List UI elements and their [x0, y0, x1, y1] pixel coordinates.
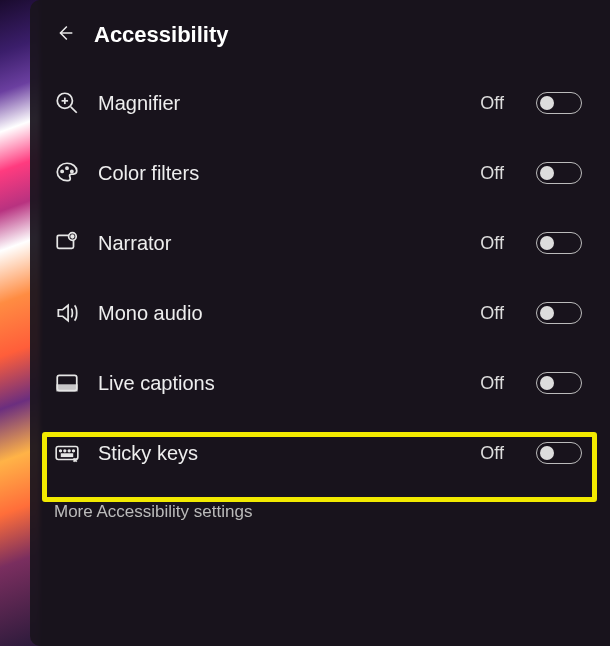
svg-rect-11: [57, 385, 77, 390]
svg-point-16: [73, 450, 75, 452]
svg-point-15: [68, 450, 70, 452]
more-accessibility-settings-link[interactable]: More Accessibility settings: [30, 488, 610, 536]
toggle-switch-color-filters[interactable]: [536, 162, 582, 184]
setting-label: Live captions: [98, 372, 462, 395]
setting-row-narrator[interactable]: Narrator Off: [30, 208, 610, 278]
svg-rect-17: [62, 454, 73, 456]
setting-row-sticky-keys[interactable]: Sticky keys Off: [30, 418, 610, 488]
setting-state: Off: [480, 443, 504, 464]
setting-label: Magnifier: [98, 92, 462, 115]
palette-icon: [54, 160, 80, 186]
setting-label: Mono audio: [98, 302, 462, 325]
accessibility-quick-settings-panel: Accessibility Magnifier Off Color filter…: [30, 0, 610, 646]
setting-row-magnifier[interactable]: Magnifier Off: [30, 68, 610, 138]
toggle-switch-narrator[interactable]: [536, 232, 582, 254]
setting-label: Narrator: [98, 232, 462, 255]
setting-row-live-captions[interactable]: Live captions Off: [30, 348, 610, 418]
svg-rect-12: [56, 447, 78, 460]
setting-state: Off: [480, 373, 504, 394]
more-link-label: More Accessibility settings: [54, 502, 252, 521]
svg-point-5: [66, 167, 68, 169]
setting-row-mono-audio[interactable]: Mono audio Off: [30, 278, 610, 348]
toggle-switch-mono-audio[interactable]: [536, 302, 582, 324]
narrator-icon: [54, 230, 80, 256]
svg-point-6: [71, 170, 73, 172]
panel-header: Accessibility: [30, 18, 610, 68]
toggle-switch-sticky-keys[interactable]: [536, 442, 582, 464]
toggle-switch-live-captions[interactable]: [536, 372, 582, 394]
svg-point-9: [71, 235, 74, 238]
toggle-switch-magnifier[interactable]: [536, 92, 582, 114]
setting-label: Color filters: [98, 162, 462, 185]
svg-point-14: [64, 450, 66, 452]
setting-state: Off: [480, 303, 504, 324]
setting-row-color-filters[interactable]: Color filters Off: [30, 138, 610, 208]
setting-state: Off: [480, 163, 504, 184]
svg-point-4: [61, 170, 63, 172]
back-arrow-icon[interactable]: [54, 22, 76, 48]
setting-state: Off: [480, 93, 504, 114]
speaker-icon: [54, 300, 80, 326]
panel-title: Accessibility: [94, 22, 229, 48]
setting-label: Sticky keys: [98, 442, 462, 465]
setting-state: Off: [480, 233, 504, 254]
captions-icon: [54, 370, 80, 396]
svg-line-1: [71, 107, 77, 113]
svg-point-13: [60, 450, 62, 452]
keyboard-icon: [54, 440, 80, 466]
magnifier-icon: [54, 90, 80, 116]
